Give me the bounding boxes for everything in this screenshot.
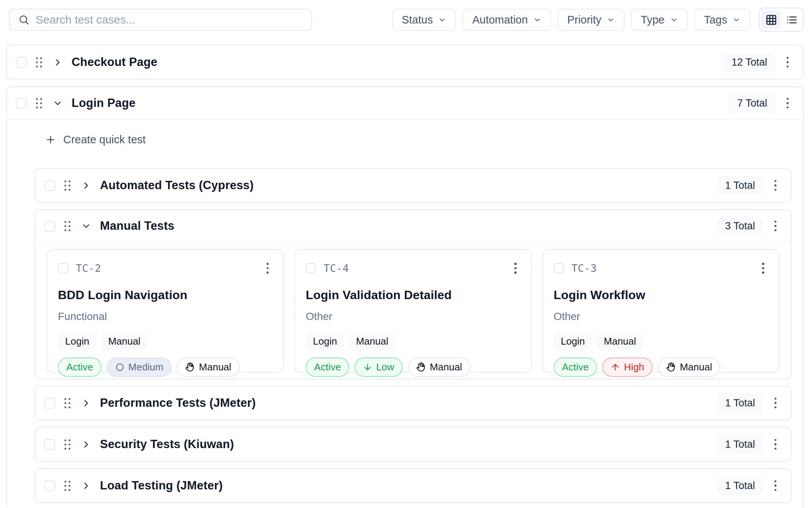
- total-count-badge: 1 Total: [717, 435, 763, 454]
- tag-badge: Manual: [349, 332, 395, 350]
- drag-handle-icon[interactable]: [34, 97, 44, 110]
- create-quick-test-label: Create quick test: [63, 133, 146, 146]
- more-options-icon[interactable]: [771, 218, 781, 235]
- search-input[interactable]: [36, 13, 303, 26]
- search-icon: [18, 14, 30, 25]
- test-case-id: TC-3: [572, 262, 597, 274]
- filter-type-label: Type: [641, 14, 665, 26]
- hand-icon: [416, 362, 426, 372]
- test-case-type: Functional: [58, 310, 272, 323]
- subsection-title: Automated Tests (Cypress): [100, 179, 254, 192]
- test-case-card-tc-4[interactable]: TC-4 Login Validation Detailed Other Log…: [294, 249, 531, 373]
- tag-badge: Manual: [101, 332, 148, 350]
- filter-tags-button[interactable]: Tags: [694, 9, 750, 31]
- more-options-icon[interactable]: [771, 436, 781, 453]
- subsection-load-testing[interactable]: Load Testing (JMeter) 1 Total: [34, 468, 792, 503]
- section-login-header[interactable]: Login Page 7 Total: [7, 87, 803, 120]
- test-case-card-tc-3[interactable]: TC-3 Login Workflow Other Login Manual: [542, 249, 779, 373]
- drag-handle-icon[interactable]: [34, 56, 44, 69]
- section-login-checkbox[interactable]: [16, 98, 27, 109]
- plus-icon: [45, 134, 56, 145]
- test-case-type: Other: [554, 310, 768, 323]
- card-checkbox[interactable]: [58, 263, 68, 273]
- subsection-checkbox[interactable]: [44, 439, 55, 450]
- subsection-checkbox[interactable]: [44, 221, 55, 232]
- total-count-badge: 1 Total: [717, 176, 763, 195]
- status-badge: Active: [306, 357, 349, 377]
- total-count-badge: 7 Total: [729, 94, 775, 113]
- sections-list: Checkout Page 12 Total Login Page 7 Tota…: [0, 45, 812, 508]
- chevron-down-icon: [533, 16, 541, 24]
- subsection-manual-header[interactable]: Manual Tests 3 Total: [35, 210, 791, 243]
- filter-status-button[interactable]: Status: [392, 9, 456, 31]
- expand-chevron-right-icon[interactable]: [80, 479, 92, 492]
- list-view-icon: [786, 14, 798, 26]
- tag-badge: Manual: [597, 332, 643, 350]
- drag-handle-icon[interactable]: [63, 397, 72, 410]
- subsection-checkbox[interactable]: [44, 480, 55, 491]
- chevron-down-icon: [670, 16, 678, 24]
- filter-status-label: Status: [402, 14, 433, 26]
- subsection-security-tests[interactable]: Security Tests (Kiuwan) 1 Total: [34, 427, 792, 462]
- toolbar-filters: Status Automation Priority Type Tags: [392, 8, 804, 32]
- filter-priority-label: Priority: [567, 14, 601, 26]
- more-options-icon[interactable]: [771, 177, 781, 194]
- more-options-icon[interactable]: [511, 260, 520, 277]
- section-login-content: Create quick test Automated Tests (Cypre…: [7, 120, 803, 508]
- subsection-checkbox[interactable]: [44, 180, 55, 191]
- more-options-icon[interactable]: [783, 54, 793, 71]
- expand-chevron-right-icon[interactable]: [80, 438, 92, 451]
- section-title: Login Page: [72, 96, 136, 110]
- search-box[interactable]: [9, 9, 312, 31]
- list-view-button[interactable]: [782, 10, 801, 29]
- priority-badge: High: [602, 357, 652, 377]
- drag-handle-icon[interactable]: [63, 438, 72, 451]
- test-case-card-tc-2[interactable]: TC-2 BDD Login Navigation Functional Log…: [47, 249, 284, 373]
- card-checkbox[interactable]: [554, 263, 564, 273]
- collapse-chevron-down-icon[interactable]: [51, 97, 64, 110]
- automation-badge: Manual: [658, 357, 720, 377]
- status-badge: Active: [554, 357, 597, 377]
- more-options-icon[interactable]: [783, 95, 793, 112]
- more-options-icon[interactable]: [771, 395, 781, 412]
- test-case-title: BDD Login Navigation: [58, 288, 272, 302]
- card-checkbox[interactable]: [306, 263, 316, 273]
- hand-icon: [185, 362, 195, 372]
- test-case-title: Login Validation Detailed: [306, 288, 520, 302]
- subsection-performance-tests[interactable]: Performance Tests (JMeter) 1 Total: [34, 386, 792, 420]
- filter-automation-button[interactable]: Automation: [462, 9, 551, 31]
- filter-type-button[interactable]: Type: [631, 9, 688, 31]
- status-badge: Active: [58, 357, 102, 377]
- create-quick-test-button[interactable]: Create quick test: [45, 133, 146, 146]
- toolbar: Status Automation Priority Type Tags: [0, 0, 812, 32]
- grid-view-icon: [765, 14, 777, 26]
- section-title: Checkout Page: [72, 55, 158, 69]
- section-checkout-checkbox[interactable]: [16, 57, 27, 68]
- test-case-id: TC-2: [76, 262, 101, 274]
- chevron-down-icon: [732, 16, 740, 24]
- collapse-chevron-down-icon[interactable]: [80, 220, 92, 232]
- expand-chevron-right-icon[interactable]: [51, 56, 64, 69]
- drag-handle-icon[interactable]: [63, 479, 72, 492]
- grid-view-button[interactable]: [762, 10, 781, 29]
- tag-badge: Login: [58, 332, 97, 350]
- more-options-icon[interactable]: [263, 260, 273, 277]
- section-checkout-page[interactable]: Checkout Page 12 Total: [6, 45, 804, 80]
- drag-handle-icon[interactable]: [63, 179, 72, 192]
- test-case-type: Other: [306, 310, 520, 323]
- automation-badge: Manual: [177, 357, 239, 377]
- expand-chevron-right-icon[interactable]: [80, 179, 92, 192]
- chevron-down-icon: [607, 16, 615, 24]
- expand-chevron-right-icon[interactable]: [80, 397, 92, 409]
- more-options-icon[interactable]: [771, 477, 781, 494]
- drag-handle-icon[interactable]: [63, 220, 72, 233]
- priority-badge: Low: [354, 357, 403, 377]
- filter-priority-button[interactable]: Priority: [557, 9, 625, 31]
- section-login-page: Login Page 7 Total Create quick test: [6, 86, 804, 508]
- arrow-up-icon: [611, 362, 620, 372]
- view-toggle: [759, 8, 804, 32]
- subsection-automated-tests[interactable]: Automated Tests (Cypress) 1 Total: [34, 168, 792, 203]
- subsection-checkbox[interactable]: [44, 398, 55, 409]
- chevron-down-icon: [438, 16, 446, 24]
- more-options-icon[interactable]: [758, 260, 768, 277]
